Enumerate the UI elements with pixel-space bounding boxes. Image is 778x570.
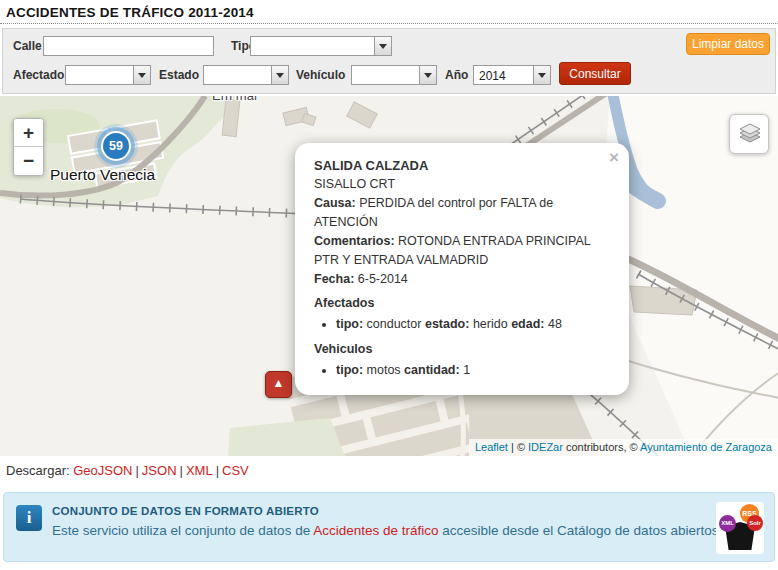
header-divider xyxy=(0,23,778,24)
download-xml-link[interactable]: XML xyxy=(186,463,213,478)
vehiculo-label: Vehículo xyxy=(296,68,345,82)
open-data-banner: i CONJUNTO DE DATOS EN FORMATO ABIERTO E… xyxy=(3,492,775,562)
consultar-button[interactable]: Consultar xyxy=(559,62,631,85)
popup-fecha: Fecha: 6-5-2014 xyxy=(314,270,609,289)
marker-cluster[interactable]: 59 xyxy=(97,127,135,165)
map-label-partial: Erri mar xyxy=(212,96,258,103)
vehiculo-select[interactable] xyxy=(351,65,437,85)
idezar-link[interactable]: IDEZar xyxy=(528,441,563,453)
solr-bubble-icon: Solr xyxy=(747,515,763,531)
calle-input[interactable] xyxy=(43,36,214,56)
layers-icon xyxy=(737,122,763,148)
zoom-out-button[interactable]: − xyxy=(14,147,43,175)
popup-title: SALIDA CALZADA xyxy=(314,156,609,175)
download-csv-link[interactable]: CSV xyxy=(222,463,249,478)
download-label: Descargar: xyxy=(6,463,70,478)
tipo-select[interactable] xyxy=(250,36,392,56)
popup-comentarios: Comentarios: ROTONDA ENTRADA PRINCIPAL P… xyxy=(314,232,609,270)
anio-select[interactable]: 2014 xyxy=(473,65,551,85)
download-json-link[interactable]: JSON xyxy=(142,463,177,478)
estado-select[interactable] xyxy=(203,65,289,85)
map-label-puerto-venecia: Puerto Venecia xyxy=(50,166,155,184)
map-canvas[interactable]: Erri mar Puerto Venecia 59 ▲ ▲ × SALIDA … xyxy=(0,96,778,456)
marker-cluster-count: 59 xyxy=(101,131,131,161)
accident-popup: × SALIDA CALZADA SISALLO CRT Causa: PERD… xyxy=(295,143,629,395)
anio-select-value: 2014 xyxy=(479,69,506,83)
chevron-down-icon xyxy=(271,66,288,84)
accidentes-dataset-link[interactable]: Accidentes de tráfico xyxy=(313,523,438,538)
popup-subtitle: SISALLO CRT xyxy=(314,175,609,194)
chevron-down-icon xyxy=(133,66,150,84)
afectado-select[interactable] xyxy=(65,65,151,85)
banner-title: CONJUNTO DE DATOS EN FORMATO ABIERTO xyxy=(52,505,319,517)
chevron-down-icon xyxy=(419,66,436,84)
popup-vehiculo-item: tipo: motos cantidad: 1 xyxy=(336,361,609,380)
popup-afectados-title: Afectados xyxy=(314,294,609,313)
filter-form: Calle Tipo Limpiar datos Afectado Estado… xyxy=(2,28,776,94)
layers-control-button[interactable] xyxy=(729,114,769,154)
zoom-in-button[interactable]: + xyxy=(14,119,43,147)
page-title: ACCIDENTES DE TRÁFICO 2011-2014 xyxy=(6,5,254,20)
accident-marker[interactable]: ▲ xyxy=(265,371,292,398)
popup-close-icon[interactable]: × xyxy=(609,150,619,166)
anio-label: Año xyxy=(445,68,468,82)
download-bar: Descargar: GeoJSON|JSON|XML|CSV xyxy=(6,463,249,478)
popup-causa: Causa: PERDIDA del control por FALTA de … xyxy=(314,194,609,232)
popup-vehiculos-title: Vehiculos xyxy=(314,340,609,359)
estado-label: Estado xyxy=(159,68,199,82)
xml-bubble-icon: XML xyxy=(719,515,736,532)
info-icon: i xyxy=(16,505,42,531)
limpiar-datos-button[interactable]: Limpiar datos xyxy=(686,33,770,55)
accidentes-app: ACCIDENTES DE TRÁFICO 2011-2014 Calle Ti… xyxy=(0,0,778,570)
open-data-box-icon[interactable]: XML RSS Solr xyxy=(716,502,764,554)
chevron-down-icon xyxy=(374,37,391,55)
map-attribution: Leaflet | © IDEZar contributors, © Ayunt… xyxy=(469,439,778,456)
warning-triangle-icon: ▲ xyxy=(266,376,291,390)
popup-afectado-item: tipo: conductor estado: herido edad: 48 xyxy=(336,315,609,334)
chevron-down-icon xyxy=(533,66,550,84)
leaflet-link[interactable]: Leaflet xyxy=(475,441,508,453)
banner-text: Este servicio utiliza el conjunto de dat… xyxy=(52,523,718,538)
ayuntamiento-link[interactable]: Ayuntamiento de Zaragoza xyxy=(640,441,772,453)
download-geojson-link[interactable]: GeoJSON xyxy=(73,463,132,478)
calle-label: Calle xyxy=(13,39,42,53)
afectado-label: Afectado xyxy=(13,68,64,82)
zoom-control: + − xyxy=(13,118,44,176)
